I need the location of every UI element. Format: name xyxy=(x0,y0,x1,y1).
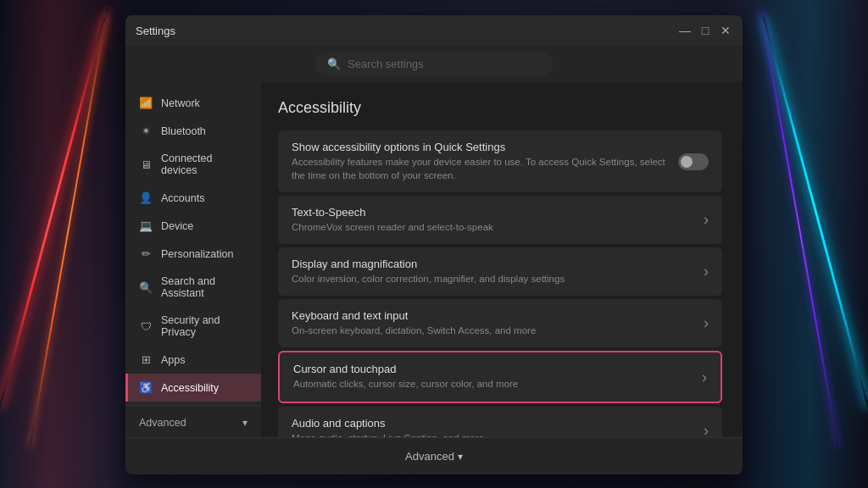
shield-icon: 🛡 xyxy=(139,320,153,333)
settings-item-keyboard-title: Keyboard and text input xyxy=(292,309,693,322)
settings-item-tts-text: Text-to-Speech ChromeVox screen reader a… xyxy=(292,206,693,234)
settings-item-quick-settings-title: Show accessibility options in Quick Sett… xyxy=(292,141,678,153)
settings-item-quick-settings[interactable]: Show accessibility options in Quick Sett… xyxy=(278,130,722,192)
sidebar-label-accounts: Accounts xyxy=(161,192,204,204)
sidebar-item-network[interactable]: 📶 Network xyxy=(125,89,261,117)
person-icon: 👤 xyxy=(139,191,153,204)
settings-item-cursor-text: Cursor and touchpad Automatic clicks, cu… xyxy=(293,363,692,391)
window-title: Settings xyxy=(136,25,175,37)
sidebar-label-connected-devices: Connected devices xyxy=(161,152,248,176)
content-area: Accessibility Show accessibility options… xyxy=(261,82,743,437)
chevron-down-icon xyxy=(242,417,248,429)
settings-item-tts-title: Text-to-Speech xyxy=(292,206,693,219)
bottom-advanced-label: Advanced xyxy=(405,450,454,463)
sidebar: 📶 Network ✴ Bluetooth 🖥 Connected device… xyxy=(125,82,261,437)
sidebar-item-advanced[interactable]: Advanced xyxy=(125,409,261,436)
minimize-button[interactable]: — xyxy=(678,24,692,37)
settings-item-text-to-speech[interactable]: Text-to-Speech ChromeVox screen reader a… xyxy=(278,196,722,244)
chevron-right-icon-display xyxy=(704,263,709,280)
monitor-icon: 🖥 xyxy=(139,158,153,171)
settings-item-quick-settings-text: Show accessibility options in Quick Sett… xyxy=(292,141,678,182)
bluetooth-icon: ✴ xyxy=(139,125,153,137)
settings-item-keyboard-text-input[interactable]: Keyboard and text input On-screen keyboa… xyxy=(278,299,722,347)
bottom-chevron-down-icon xyxy=(458,450,463,463)
search-icon: 🔍 xyxy=(327,58,341,70)
advanced-inner: Advanced xyxy=(139,417,186,429)
close-button[interactable]: ✕ xyxy=(719,24,732,37)
settings-item-audio-text: Audio and captions Mono audio, startup, … xyxy=(292,417,693,437)
sidebar-label-search-and-assistant: Search and Assistant xyxy=(161,275,248,299)
accessibility-icon: ♿ xyxy=(139,381,153,394)
sidebar-label-accessibility: Accessibility xyxy=(161,382,219,394)
edit-icon: ✏ xyxy=(139,247,153,260)
sidebar-item-accounts[interactable]: 👤 Accounts xyxy=(125,184,261,212)
sidebar-label-security-and-privacy: Security and Privacy xyxy=(161,314,248,338)
neon-left-lines xyxy=(0,0,123,488)
maximize-button[interactable]: □ xyxy=(698,24,712,37)
settings-item-tts-desc: ChromeVox screen reader and select-to-sp… xyxy=(292,220,693,234)
settings-item-cursor-desc: Automatic clicks, cursor size, cursor co… xyxy=(293,377,692,391)
wifi-icon: 📶 xyxy=(139,97,153,109)
neon-right-lines xyxy=(724,0,868,488)
titlebar: Settings — □ ✕ xyxy=(125,15,743,46)
laptop-icon: 💻 xyxy=(139,219,153,232)
sidebar-label-apps: Apps xyxy=(161,354,186,366)
settings-item-audio-captions[interactable]: Audio and captions Mono audio, startup, … xyxy=(278,407,722,437)
search2-icon: 🔍 xyxy=(139,281,153,294)
sidebar-label-device: Device xyxy=(161,220,193,232)
chevron-right-icon-tts xyxy=(704,211,709,229)
chevron-right-icon-audio xyxy=(704,422,709,437)
chevron-right-icon-cursor xyxy=(702,369,707,386)
sidebar-label-network: Network xyxy=(161,97,200,109)
sidebar-label-advanced: Advanced xyxy=(139,417,186,429)
settings-item-display-magnification[interactable]: Display and magnification Color inversio… xyxy=(278,247,722,296)
settings-item-display-title: Display and magnification xyxy=(292,258,693,270)
main-layout: 📶 Network ✴ Bluetooth 🖥 Connected device… xyxy=(125,82,743,437)
sidebar-divider xyxy=(125,405,261,406)
settings-item-display-desc: Color inversion, color correction, magni… xyxy=(292,272,693,286)
sidebar-item-connected-devices[interactable]: 🖥 Connected devices xyxy=(125,145,261,184)
sidebar-item-search-and-assistant[interactable]: 🔍 Search and Assistant xyxy=(125,268,261,307)
search-container: 🔍 xyxy=(125,46,743,82)
settings-item-cursor-touchpad[interactable]: Cursor and touchpad Automatic clicks, cu… xyxy=(278,351,722,402)
sidebar-item-security-and-privacy[interactable]: 🛡 Security and Privacy xyxy=(125,307,261,346)
settings-item-audio-title: Audio and captions xyxy=(292,417,693,430)
apps-icon: ⊞ xyxy=(139,353,153,366)
page-title: Accessibility xyxy=(278,99,722,117)
settings-item-keyboard-text: Keyboard and text input On-screen keyboa… xyxy=(292,309,693,337)
settings-item-cursor-title: Cursor and touchpad xyxy=(293,363,692,375)
settings-item-audio-desc: Mono audio, startup, Live Caption, and m… xyxy=(292,431,693,437)
quick-settings-toggle[interactable] xyxy=(678,153,709,170)
sidebar-item-bluetooth[interactable]: ✴ Bluetooth xyxy=(125,117,261,145)
window-controls: — □ ✕ xyxy=(678,24,732,37)
settings-window: Settings — □ ✕ 🔍 📶 Network ✴ Bluetooth xyxy=(125,15,743,474)
search-input[interactable] xyxy=(348,58,541,70)
bottom-bar: Advanced xyxy=(125,437,743,474)
bottom-advanced-button[interactable]: Advanced xyxy=(405,450,463,463)
sidebar-label-personalization: Personalization xyxy=(161,248,233,260)
sidebar-item-personalization[interactable]: ✏ Personalization xyxy=(125,240,261,268)
search-bar: 🔍 xyxy=(315,53,553,75)
sidebar-item-accessibility[interactable]: ♿ Accessibility xyxy=(125,374,261,402)
settings-item-keyboard-desc: On-screen keyboard, dictation, Switch Ac… xyxy=(292,324,693,337)
chevron-right-icon-keyboard xyxy=(704,314,709,332)
sidebar-label-bluetooth: Bluetooth xyxy=(161,125,206,137)
settings-item-quick-settings-desc: Accessibility features make your device … xyxy=(292,155,678,182)
sidebar-item-device[interactable]: 💻 Device xyxy=(125,212,261,240)
sidebar-item-apps[interactable]: ⊞ Apps xyxy=(125,346,261,374)
settings-item-display-text: Display and magnification Color inversio… xyxy=(292,258,693,286)
